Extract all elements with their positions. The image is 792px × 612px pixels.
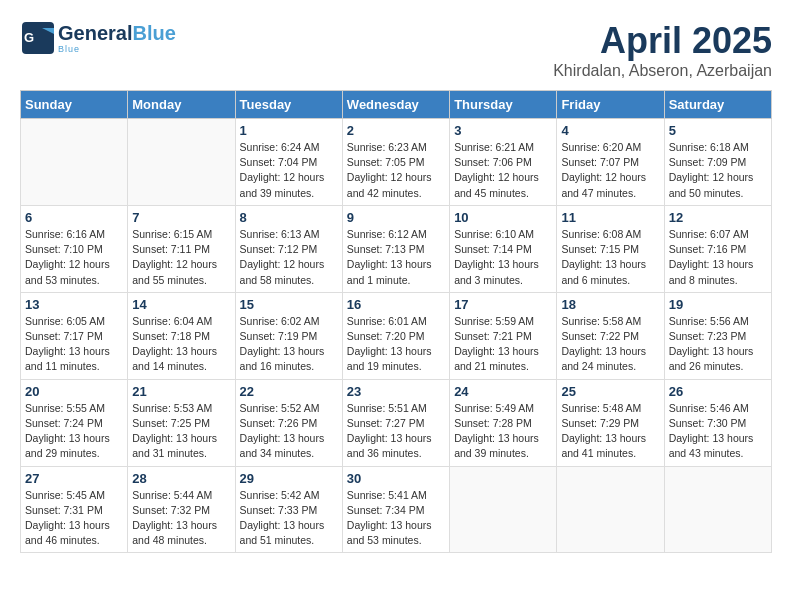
day-number: 29 — [240, 471, 338, 486]
week-row-2: 6Sunrise: 6:16 AMSunset: 7:10 PMDaylight… — [21, 205, 772, 292]
day-number: 16 — [347, 297, 445, 312]
day-info: Sunrise: 5:45 AMSunset: 7:31 PMDaylight:… — [25, 488, 123, 549]
day-header-friday: Friday — [557, 91, 664, 119]
day-info: Sunrise: 5:52 AMSunset: 7:26 PMDaylight:… — [240, 401, 338, 462]
day-cell: 7Sunrise: 6:15 AMSunset: 7:11 PMDaylight… — [128, 205, 235, 292]
day-cell: 22Sunrise: 5:52 AMSunset: 7:26 PMDayligh… — [235, 379, 342, 466]
day-info: Sunrise: 6:07 AMSunset: 7:16 PMDaylight:… — [669, 227, 767, 288]
day-info: Sunrise: 6:23 AMSunset: 7:05 PMDaylight:… — [347, 140, 445, 201]
day-info: Sunrise: 5:42 AMSunset: 7:33 PMDaylight:… — [240, 488, 338, 549]
day-number: 22 — [240, 384, 338, 399]
logo-tagline: Blue — [58, 44, 176, 54]
day-number: 6 — [25, 210, 123, 225]
day-number: 1 — [240, 123, 338, 138]
day-cell: 14Sunrise: 6:04 AMSunset: 7:18 PMDayligh… — [128, 292, 235, 379]
day-info: Sunrise: 5:56 AMSunset: 7:23 PMDaylight:… — [669, 314, 767, 375]
logo-blue: Blue — [132, 22, 175, 44]
day-info: Sunrise: 5:46 AMSunset: 7:30 PMDaylight:… — [669, 401, 767, 462]
day-cell: 29Sunrise: 5:42 AMSunset: 7:33 PMDayligh… — [235, 466, 342, 553]
day-cell — [664, 466, 771, 553]
day-number: 23 — [347, 384, 445, 399]
location-title: Khirdalan, Abseron, Azerbaijan — [553, 62, 772, 80]
day-info: Sunrise: 6:24 AMSunset: 7:04 PMDaylight:… — [240, 140, 338, 201]
header: G GeneralBlue Blue April 2025 Khirdalan,… — [20, 20, 772, 80]
day-info: Sunrise: 6:20 AMSunset: 7:07 PMDaylight:… — [561, 140, 659, 201]
day-number: 13 — [25, 297, 123, 312]
day-number: 28 — [132, 471, 230, 486]
logo: G GeneralBlue Blue — [20, 20, 176, 56]
day-cell — [450, 466, 557, 553]
day-cell: 19Sunrise: 5:56 AMSunset: 7:23 PMDayligh… — [664, 292, 771, 379]
day-number: 11 — [561, 210, 659, 225]
day-cell: 5Sunrise: 6:18 AMSunset: 7:09 PMDaylight… — [664, 119, 771, 206]
day-info: Sunrise: 5:53 AMSunset: 7:25 PMDaylight:… — [132, 401, 230, 462]
day-info: Sunrise: 5:49 AMSunset: 7:28 PMDaylight:… — [454, 401, 552, 462]
day-number: 30 — [347, 471, 445, 486]
day-info: Sunrise: 6:12 AMSunset: 7:13 PMDaylight:… — [347, 227, 445, 288]
day-number: 24 — [454, 384, 552, 399]
week-row-4: 20Sunrise: 5:55 AMSunset: 7:24 PMDayligh… — [21, 379, 772, 466]
day-info: Sunrise: 6:02 AMSunset: 7:19 PMDaylight:… — [240, 314, 338, 375]
day-cell: 15Sunrise: 6:02 AMSunset: 7:19 PMDayligh… — [235, 292, 342, 379]
day-number: 2 — [347, 123, 445, 138]
day-info: Sunrise: 5:58 AMSunset: 7:22 PMDaylight:… — [561, 314, 659, 375]
day-info: Sunrise: 5:59 AMSunset: 7:21 PMDaylight:… — [454, 314, 552, 375]
day-info: Sunrise: 6:16 AMSunset: 7:10 PMDaylight:… — [25, 227, 123, 288]
day-cell: 18Sunrise: 5:58 AMSunset: 7:22 PMDayligh… — [557, 292, 664, 379]
day-cell: 3Sunrise: 6:21 AMSunset: 7:06 PMDaylight… — [450, 119, 557, 206]
day-cell: 27Sunrise: 5:45 AMSunset: 7:31 PMDayligh… — [21, 466, 128, 553]
day-header-saturday: Saturday — [664, 91, 771, 119]
day-info: Sunrise: 6:21 AMSunset: 7:06 PMDaylight:… — [454, 140, 552, 201]
day-info: Sunrise: 5:48 AMSunset: 7:29 PMDaylight:… — [561, 401, 659, 462]
day-number: 15 — [240, 297, 338, 312]
day-cell: 4Sunrise: 6:20 AMSunset: 7:07 PMDaylight… — [557, 119, 664, 206]
day-info: Sunrise: 6:10 AMSunset: 7:14 PMDaylight:… — [454, 227, 552, 288]
day-info: Sunrise: 5:41 AMSunset: 7:34 PMDaylight:… — [347, 488, 445, 549]
day-cell: 24Sunrise: 5:49 AMSunset: 7:28 PMDayligh… — [450, 379, 557, 466]
day-cell: 23Sunrise: 5:51 AMSunset: 7:27 PMDayligh… — [342, 379, 449, 466]
day-cell: 26Sunrise: 5:46 AMSunset: 7:30 PMDayligh… — [664, 379, 771, 466]
day-cell: 9Sunrise: 6:12 AMSunset: 7:13 PMDaylight… — [342, 205, 449, 292]
day-header-tuesday: Tuesday — [235, 91, 342, 119]
day-number: 26 — [669, 384, 767, 399]
svg-text:G: G — [24, 30, 34, 45]
day-number: 19 — [669, 297, 767, 312]
week-row-1: 1Sunrise: 6:24 AMSunset: 7:04 PMDaylight… — [21, 119, 772, 206]
day-info: Sunrise: 6:04 AMSunset: 7:18 PMDaylight:… — [132, 314, 230, 375]
day-cell — [21, 119, 128, 206]
day-cell: 16Sunrise: 6:01 AMSunset: 7:20 PMDayligh… — [342, 292, 449, 379]
day-cell: 1Sunrise: 6:24 AMSunset: 7:04 PMDaylight… — [235, 119, 342, 206]
day-header-wednesday: Wednesday — [342, 91, 449, 119]
day-number: 10 — [454, 210, 552, 225]
day-info: Sunrise: 6:05 AMSunset: 7:17 PMDaylight:… — [25, 314, 123, 375]
day-number: 21 — [132, 384, 230, 399]
day-number: 20 — [25, 384, 123, 399]
day-info: Sunrise: 5:51 AMSunset: 7:27 PMDaylight:… — [347, 401, 445, 462]
week-row-3: 13Sunrise: 6:05 AMSunset: 7:17 PMDayligh… — [21, 292, 772, 379]
title-area: April 2025 Khirdalan, Abseron, Azerbaija… — [553, 20, 772, 80]
day-info: Sunrise: 6:01 AMSunset: 7:20 PMDaylight:… — [347, 314, 445, 375]
day-cell: 10Sunrise: 6:10 AMSunset: 7:14 PMDayligh… — [450, 205, 557, 292]
day-number: 14 — [132, 297, 230, 312]
day-cell: 6Sunrise: 6:16 AMSunset: 7:10 PMDaylight… — [21, 205, 128, 292]
day-number: 8 — [240, 210, 338, 225]
day-info: Sunrise: 6:08 AMSunset: 7:15 PMDaylight:… — [561, 227, 659, 288]
day-number: 5 — [669, 123, 767, 138]
day-cell — [557, 466, 664, 553]
day-cell: 8Sunrise: 6:13 AMSunset: 7:12 PMDaylight… — [235, 205, 342, 292]
day-cell: 21Sunrise: 5:53 AMSunset: 7:25 PMDayligh… — [128, 379, 235, 466]
day-number: 3 — [454, 123, 552, 138]
day-number: 7 — [132, 210, 230, 225]
day-cell: 11Sunrise: 6:08 AMSunset: 7:15 PMDayligh… — [557, 205, 664, 292]
day-number: 9 — [347, 210, 445, 225]
day-info: Sunrise: 6:13 AMSunset: 7:12 PMDaylight:… — [240, 227, 338, 288]
day-cell: 17Sunrise: 5:59 AMSunset: 7:21 PMDayligh… — [450, 292, 557, 379]
calendar-table: SundayMondayTuesdayWednesdayThursdayFrid… — [20, 90, 772, 553]
day-number: 25 — [561, 384, 659, 399]
day-number: 27 — [25, 471, 123, 486]
day-cell: 20Sunrise: 5:55 AMSunset: 7:24 PMDayligh… — [21, 379, 128, 466]
day-cell: 2Sunrise: 6:23 AMSunset: 7:05 PMDaylight… — [342, 119, 449, 206]
day-number: 4 — [561, 123, 659, 138]
day-header-sunday: Sunday — [21, 91, 128, 119]
day-cell: 30Sunrise: 5:41 AMSunset: 7:34 PMDayligh… — [342, 466, 449, 553]
